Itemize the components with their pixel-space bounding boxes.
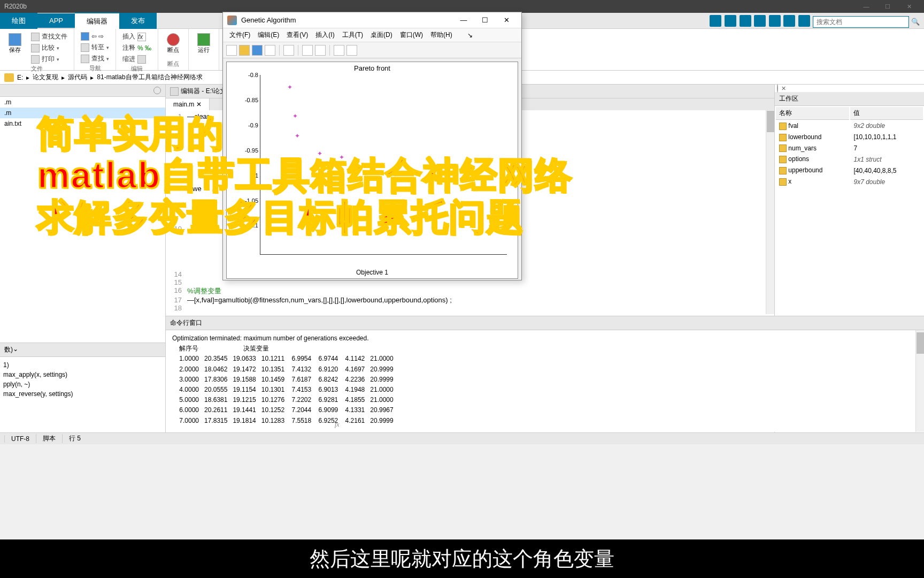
compare-button[interactable]: 比较 (29, 42, 70, 54)
run-button[interactable]: 运行 (193, 31, 214, 56)
qa-help-icon[interactable] (798, 15, 810, 27)
qa-save-icon[interactable] (710, 15, 721, 27)
tab-plot[interactable]: 绘图 (0, 13, 37, 29)
matlab-icon (227, 16, 237, 25)
qa-copy-icon[interactable] (740, 15, 751, 27)
ws-row[interactable]: options1x1 struct (776, 154, 923, 164)
menu-desktop[interactable]: 桌面(D) (367, 29, 396, 41)
comment-button[interactable]: 注释 % ‰ (120, 42, 153, 54)
group-edit: 编辑 (120, 65, 153, 73)
print-icon[interactable] (265, 45, 275, 56)
bc-drive[interactable]: E: (17, 74, 23, 81)
fig-max-button[interactable]: ☐ (474, 16, 496, 24)
min-button[interactable]: — (856, 3, 877, 10)
group-file: 文件 (4, 65, 70, 73)
file-item[interactable]: .m (0, 97, 165, 108)
menu-more-icon[interactable]: ↘ (464, 31, 476, 40)
editor-scrollbar[interactable] (766, 110, 774, 314)
ws-row[interactable]: upperbound[40,40,40,8,8,5 (776, 165, 923, 176)
open-icon[interactable] (239, 45, 250, 56)
file-item[interactable]: .m (0, 108, 165, 118)
col-value[interactable]: 值 (850, 107, 923, 120)
plot-axes: -0.8 -0.85 -0.9 -0.95 -1 -1.05 -1.1 ✦ ✦ … (260, 75, 507, 255)
subtitle-bar: 然后这里呢就对应的这个角色变量 (0, 539, 924, 578)
goto-button[interactable]: 转至 (79, 42, 111, 53)
tab-editor[interactable]: 编辑器 (75, 12, 119, 29)
grid-icon[interactable] (346, 45, 357, 56)
print-button[interactable]: 打印 (29, 54, 70, 65)
qa-redo-icon[interactable] (783, 15, 795, 27)
chevron-down-icon[interactable]: ⌄ (13, 345, 18, 354)
menu-view[interactable]: 查看(V) (283, 29, 311, 41)
run-icon (197, 33, 210, 46)
plot-area[interactable]: Pareto front -0.8 -0.85 -0.9 -0.95 -1 -1… (226, 62, 518, 279)
menu-edit[interactable]: 编辑(E) (255, 29, 282, 41)
cmd-output[interactable]: Optimization terminated: maximum number … (166, 330, 924, 432)
figure-titlebar[interactable]: Genetic Algorithm — ☐ ✕ (223, 12, 521, 28)
save-icon[interactable] (252, 45, 263, 56)
file-item[interactable]: ain.txt (0, 118, 165, 129)
col-name[interactable]: 名称 (776, 107, 849, 120)
nav-back[interactable]: ⇦ ⇨ (79, 31, 111, 42)
panel-close-icon[interactable]: ✕ (781, 85, 786, 92)
menu-insert[interactable]: 插入(I) (312, 29, 337, 41)
new-icon[interactable] (226, 45, 237, 56)
search-icon (81, 55, 89, 63)
fig-close-button[interactable]: ✕ (496, 16, 517, 24)
menu-file[interactable]: 文件(F) (226, 29, 253, 41)
ws-row[interactable]: x9x7 double (776, 177, 923, 187)
ws-row[interactable]: num_vars7 (776, 143, 923, 154)
findfiles-button[interactable]: 查找文件 (29, 31, 70, 42)
close-button[interactable]: ✕ (898, 3, 920, 10)
max-button[interactable]: ☐ (877, 3, 898, 10)
var-icon (779, 134, 787, 141)
var-icon (779, 178, 787, 186)
workspace-table: 名称值 fval9x2 double lowerbound[10,10,10,1… (775, 106, 924, 188)
legend-icon[interactable] (315, 45, 326, 56)
status-script: 脚本 (36, 434, 62, 443)
status-encoding: UTF-8 (4, 435, 36, 443)
bc-p3[interactable]: 源代码 (68, 73, 87, 82)
data-point: ✦ (317, 150, 322, 157)
inspector-icon[interactable] (302, 45, 313, 56)
pointer-icon[interactable] (334, 45, 344, 56)
qa-paste-icon[interactable] (754, 15, 766, 27)
goto-icon (81, 43, 89, 52)
fx-prompt-icon[interactable]: fx (335, 421, 340, 429)
var-icon (779, 156, 787, 163)
menu-tools[interactable]: 工具(T) (339, 29, 366, 41)
tab-app[interactable]: APP (37, 13, 75, 28)
save-icon (9, 33, 21, 46)
qa-cut-icon[interactable] (725, 15, 736, 27)
bc-p4[interactable]: 81-matlab自带工具箱结合神经网络求 (97, 73, 202, 82)
fig-min-button[interactable]: — (453, 16, 474, 24)
detail-line: pply(n, ~) (3, 379, 162, 389)
breakpoint-button[interactable]: 断点 (163, 31, 184, 56)
figure-window[interactable]: Genetic Algorithm — ☐ ✕ 文件(F) 编辑(E) 查看(V… (222, 12, 522, 280)
menu-help[interactable]: 帮助(H) (427, 29, 456, 41)
cmd-scrollbar[interactable] (915, 330, 924, 432)
panel-menu-icon[interactable] (777, 84, 778, 93)
find-button[interactable]: 查找 (79, 53, 111, 64)
file-tab[interactable]: main.m ✕ (166, 98, 210, 110)
detail-line: max_apply(x, settings) (3, 370, 162, 379)
find-icon (31, 33, 40, 41)
indent-button[interactable]: 缩进 (120, 54, 153, 65)
search-icon[interactable]: 🔍 (911, 18, 920, 26)
statusbar: UTF-8 脚本 行 5 (0, 432, 924, 444)
indent-icon (137, 55, 146, 64)
menu-window[interactable]: 窗口(W) (397, 29, 426, 41)
link-icon[interactable] (283, 45, 294, 56)
tab-publish[interactable]: 发布 (119, 13, 157, 29)
panel-menu-icon[interactable] (153, 87, 161, 94)
editor-icon (170, 87, 179, 96)
ws-row[interactable]: lowerbound[10,10,10,1,1,1 (776, 132, 923, 142)
search-input[interactable] (813, 16, 909, 28)
subtitle-text: 然后这里呢就对应的这个角色变量 (310, 545, 614, 573)
bc-p2[interactable]: 论文复现 (33, 73, 58, 82)
ws-row[interactable]: fval9x2 double (776, 121, 923, 131)
qa-undo-icon[interactable] (769, 15, 781, 27)
data-point: ✦ (292, 112, 298, 120)
insert-button[interactable]: 插入 fx (120, 31, 153, 42)
save-button[interactable]: 保存 (4, 31, 26, 65)
